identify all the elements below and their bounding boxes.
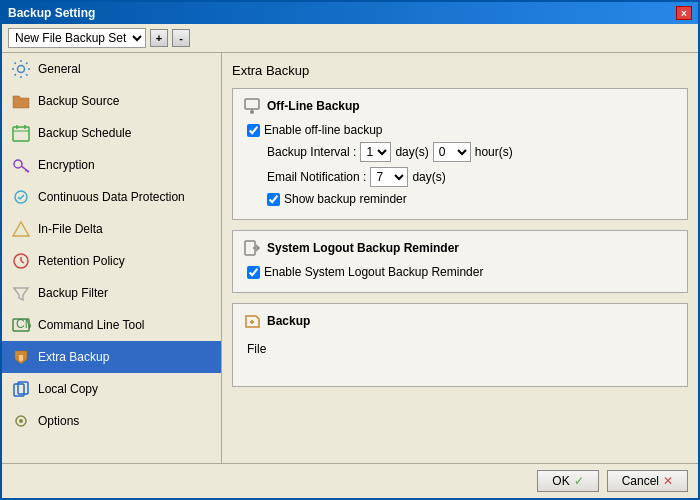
logout-backup-header: System Logout Backup Reminder (243, 239, 677, 257)
add-button[interactable]: + (150, 29, 168, 47)
title-bar: Backup Setting × (2, 2, 698, 24)
dialog-title: Backup Setting (8, 6, 95, 20)
file-label: File (247, 342, 266, 356)
sidebar-item-general[interactable]: General (2, 53, 221, 85)
close-button[interactable]: × (676, 6, 692, 20)
show-reminder-row: Show backup reminder (243, 192, 677, 206)
retention-policy-label: Retention Policy (38, 254, 125, 268)
folder-icon (10, 90, 32, 112)
gear-icon (10, 58, 32, 80)
backup-interval-unit: day(s) (395, 145, 428, 159)
clock-icon (10, 250, 32, 272)
backup-interval-row: Backup Interval : 1237 day(s) 0123612 ho… (243, 142, 677, 162)
sidebar-item-options[interactable]: Options (2, 405, 221, 437)
offline-backup-header: Off-Line Backup (243, 97, 677, 115)
offline-backup-section: Off-Line Backup Enable off-line backup B… (232, 88, 688, 220)
svg-line-12 (21, 261, 24, 263)
offline-backup-title: Off-Line Backup (267, 99, 360, 113)
backup-interval-label: Backup Interval : (267, 145, 356, 159)
svg-point-18 (19, 419, 23, 423)
backup-title: Backup (267, 314, 310, 328)
sidebar: General Backup Source Backup Schedule (2, 53, 222, 463)
sidebar-item-cdp[interactable]: Continuous Data Protection (2, 181, 221, 213)
backup-section: Backup File (232, 303, 688, 387)
svg-point-0 (18, 66, 25, 73)
key-icon (10, 154, 32, 176)
backup-source-label: Backup Source (38, 94, 119, 108)
ok-button[interactable]: OK ✓ (537, 470, 598, 492)
backup-header: Backup (243, 312, 677, 330)
logout-backup-section: System Logout Backup Reminder Enable Sys… (232, 230, 688, 293)
filter-icon (10, 282, 32, 304)
extra-backup-label: Extra Backup (38, 350, 109, 364)
cdp-label: Continuous Data Protection (38, 190, 185, 204)
sidebar-item-infile-delta[interactable]: In-File Delta (2, 213, 221, 245)
local-copy-icon (10, 378, 32, 400)
email-notification-unit: day(s) (412, 170, 445, 184)
svg-text:CMD: CMD (16, 317, 31, 331)
options-icon (10, 410, 32, 432)
hours-select[interactable]: 0123612 (433, 142, 471, 162)
sidebar-item-backup-source[interactable]: Backup Source (2, 85, 221, 117)
svg-rect-19 (245, 99, 259, 109)
main-content: General Backup Source Backup Schedule (2, 53, 698, 463)
local-copy-label: Local Copy (38, 382, 98, 396)
email-notification-select[interactable]: 123714 (370, 167, 408, 187)
encryption-label: Encryption (38, 158, 95, 172)
backup-icon (243, 312, 261, 330)
remove-button[interactable]: - (172, 29, 190, 47)
enable-logout-label: Enable System Logout Backup Reminder (264, 265, 483, 279)
calendar-icon (10, 122, 32, 144)
sidebar-item-backup-schedule[interactable]: Backup Schedule (2, 117, 221, 149)
email-notification-row: Email Notification : 123714 day(s) (243, 167, 677, 187)
toolbar: New File Backup Set + - (2, 24, 698, 53)
sidebar-item-command-line-tool[interactable]: CMD Command Line Tool (2, 309, 221, 341)
command-line-tool-label: Command Line Tool (38, 318, 145, 332)
sidebar-item-retention-policy[interactable]: Retention Policy (2, 245, 221, 277)
backup-set-select[interactable]: New File Backup Set (8, 28, 146, 48)
backup-file-area: File (243, 338, 677, 378)
delta-icon (10, 218, 32, 240)
backup-setting-dialog: Backup Setting × New File Backup Set + -… (0, 0, 700, 500)
cmd-icon: CMD (10, 314, 32, 336)
logout-backup-title: System Logout Backup Reminder (267, 241, 459, 255)
options-label: Options (38, 414, 79, 428)
sidebar-item-encryption[interactable]: Encryption (2, 149, 221, 181)
enable-offline-row: Enable off-line backup (243, 123, 677, 137)
general-label: General (38, 62, 81, 76)
svg-rect-1 (13, 127, 29, 141)
enable-logout-checkbox[interactable] (247, 266, 260, 279)
panel-title: Extra Backup (232, 63, 688, 78)
show-reminder-checkbox[interactable] (267, 193, 280, 206)
backup-interval-select[interactable]: 1237 (360, 142, 391, 162)
enable-logout-row: Enable System Logout Backup Reminder (243, 265, 677, 279)
enable-offline-checkbox[interactable] (247, 124, 260, 137)
bottom-bar: OK ✓ Cancel ✕ (2, 463, 698, 498)
cdp-icon (10, 186, 32, 208)
hours-unit: hour(s) (475, 145, 513, 159)
backup-filter-label: Backup Filter (38, 286, 108, 300)
show-reminder-label: Show backup reminder (284, 192, 407, 206)
sidebar-item-extra-backup[interactable]: Extra Backup (2, 341, 221, 373)
svg-point-20 (250, 110, 254, 114)
right-panel: Extra Backup Off-Line Backup Enable off-… (222, 53, 698, 463)
cancel-x-icon: ✕ (663, 474, 673, 488)
ok-checkmark-icon: ✓ (574, 474, 584, 488)
infile-delta-label: In-File Delta (38, 222, 103, 236)
logout-icon (243, 239, 261, 257)
offline-backup-icon (243, 97, 261, 115)
cancel-button[interactable]: Cancel ✕ (607, 470, 688, 492)
email-notification-label: Email Notification : (267, 170, 366, 184)
extra-backup-icon (10, 346, 32, 368)
sidebar-item-local-copy[interactable]: Local Copy (2, 373, 221, 405)
sidebar-item-backup-filter[interactable]: Backup Filter (2, 277, 221, 309)
svg-point-5 (14, 160, 22, 168)
enable-offline-label: Enable off-line backup (264, 123, 383, 137)
backup-schedule-label: Backup Schedule (38, 126, 131, 140)
